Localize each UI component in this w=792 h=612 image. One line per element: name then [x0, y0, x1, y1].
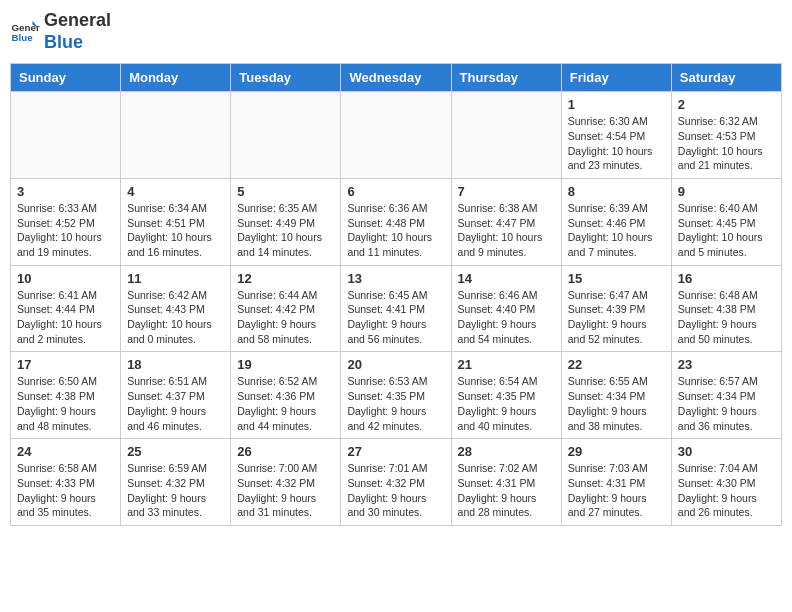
- calendar-cell: 22Sunrise: 6:55 AM Sunset: 4:34 PM Dayli…: [561, 352, 671, 439]
- day-number: 1: [568, 97, 665, 112]
- day-number: 30: [678, 444, 775, 459]
- day-info: Sunrise: 7:04 AM Sunset: 4:30 PM Dayligh…: [678, 461, 775, 520]
- day-info: Sunrise: 7:03 AM Sunset: 4:31 PM Dayligh…: [568, 461, 665, 520]
- day-number: 15: [568, 271, 665, 286]
- calendar-cell: [341, 92, 451, 179]
- calendar-cell: 20Sunrise: 6:53 AM Sunset: 4:35 PM Dayli…: [341, 352, 451, 439]
- svg-text:General: General: [12, 21, 41, 32]
- day-info: Sunrise: 6:42 AM Sunset: 4:43 PM Dayligh…: [127, 288, 224, 347]
- day-number: 18: [127, 357, 224, 372]
- day-number: 17: [17, 357, 114, 372]
- day-info: Sunrise: 6:48 AM Sunset: 4:38 PM Dayligh…: [678, 288, 775, 347]
- calendar-cell: 24Sunrise: 6:58 AM Sunset: 4:33 PM Dayli…: [11, 439, 121, 526]
- calendar-cell: [121, 92, 231, 179]
- header-row: SundayMondayTuesdayWednesdayThursdayFrid…: [11, 64, 782, 92]
- day-info: Sunrise: 6:54 AM Sunset: 4:35 PM Dayligh…: [458, 374, 555, 433]
- day-info: Sunrise: 7:01 AM Sunset: 4:32 PM Dayligh…: [347, 461, 444, 520]
- week-row-1: 1Sunrise: 6:30 AM Sunset: 4:54 PM Daylig…: [11, 92, 782, 179]
- day-number: 11: [127, 271, 224, 286]
- calendar-cell: 27Sunrise: 7:01 AM Sunset: 4:32 PM Dayli…: [341, 439, 451, 526]
- logo: General Blue General Blue: [10, 10, 111, 53]
- day-number: 6: [347, 184, 444, 199]
- calendar-cell: 11Sunrise: 6:42 AM Sunset: 4:43 PM Dayli…: [121, 265, 231, 352]
- day-number: 29: [568, 444, 665, 459]
- day-info: Sunrise: 6:51 AM Sunset: 4:37 PM Dayligh…: [127, 374, 224, 433]
- day-number: 22: [568, 357, 665, 372]
- logo-icon: General Blue: [10, 17, 40, 47]
- calendar-cell: 19Sunrise: 6:52 AM Sunset: 4:36 PM Dayli…: [231, 352, 341, 439]
- day-info: Sunrise: 7:00 AM Sunset: 4:32 PM Dayligh…: [237, 461, 334, 520]
- day-info: Sunrise: 6:36 AM Sunset: 4:48 PM Dayligh…: [347, 201, 444, 260]
- day-header-sunday: Sunday: [11, 64, 121, 92]
- week-row-2: 3Sunrise: 6:33 AM Sunset: 4:52 PM Daylig…: [11, 178, 782, 265]
- day-number: 7: [458, 184, 555, 199]
- calendar-cell: 6Sunrise: 6:36 AM Sunset: 4:48 PM Daylig…: [341, 178, 451, 265]
- day-info: Sunrise: 6:33 AM Sunset: 4:52 PM Dayligh…: [17, 201, 114, 260]
- logo-text: General Blue: [44, 10, 111, 53]
- day-info: Sunrise: 6:52 AM Sunset: 4:36 PM Dayligh…: [237, 374, 334, 433]
- svg-text:Blue: Blue: [12, 32, 34, 43]
- calendar-cell: [231, 92, 341, 179]
- day-info: Sunrise: 6:45 AM Sunset: 4:41 PM Dayligh…: [347, 288, 444, 347]
- day-number: 3: [17, 184, 114, 199]
- calendar-cell: 9Sunrise: 6:40 AM Sunset: 4:45 PM Daylig…: [671, 178, 781, 265]
- day-info: Sunrise: 6:46 AM Sunset: 4:40 PM Dayligh…: [458, 288, 555, 347]
- calendar-cell: 26Sunrise: 7:00 AM Sunset: 4:32 PM Dayli…: [231, 439, 341, 526]
- logo-blue: Blue: [44, 32, 111, 54]
- calendar-cell: 2Sunrise: 6:32 AM Sunset: 4:53 PM Daylig…: [671, 92, 781, 179]
- day-number: 5: [237, 184, 334, 199]
- day-info: Sunrise: 6:34 AM Sunset: 4:51 PM Dayligh…: [127, 201, 224, 260]
- day-info: Sunrise: 6:32 AM Sunset: 4:53 PM Dayligh…: [678, 114, 775, 173]
- day-number: 24: [17, 444, 114, 459]
- day-info: Sunrise: 6:39 AM Sunset: 4:46 PM Dayligh…: [568, 201, 665, 260]
- day-number: 2: [678, 97, 775, 112]
- week-row-3: 10Sunrise: 6:41 AM Sunset: 4:44 PM Dayli…: [11, 265, 782, 352]
- day-info: Sunrise: 6:40 AM Sunset: 4:45 PM Dayligh…: [678, 201, 775, 260]
- calendar-table: SundayMondayTuesdayWednesdayThursdayFrid…: [10, 63, 782, 526]
- calendar-cell: 29Sunrise: 7:03 AM Sunset: 4:31 PM Dayli…: [561, 439, 671, 526]
- day-number: 25: [127, 444, 224, 459]
- day-info: Sunrise: 6:50 AM Sunset: 4:38 PM Dayligh…: [17, 374, 114, 433]
- day-info: Sunrise: 6:35 AM Sunset: 4:49 PM Dayligh…: [237, 201, 334, 260]
- calendar-cell: 28Sunrise: 7:02 AM Sunset: 4:31 PM Dayli…: [451, 439, 561, 526]
- calendar-cell: 30Sunrise: 7:04 AM Sunset: 4:30 PM Dayli…: [671, 439, 781, 526]
- day-info: Sunrise: 6:44 AM Sunset: 4:42 PM Dayligh…: [237, 288, 334, 347]
- day-info: Sunrise: 6:53 AM Sunset: 4:35 PM Dayligh…: [347, 374, 444, 433]
- day-number: 4: [127, 184, 224, 199]
- day-header-tuesday: Tuesday: [231, 64, 341, 92]
- calendar-cell: 15Sunrise: 6:47 AM Sunset: 4:39 PM Dayli…: [561, 265, 671, 352]
- day-number: 21: [458, 357, 555, 372]
- calendar-cell: 4Sunrise: 6:34 AM Sunset: 4:51 PM Daylig…: [121, 178, 231, 265]
- day-number: 9: [678, 184, 775, 199]
- day-number: 20: [347, 357, 444, 372]
- page-header: General Blue General Blue: [10, 10, 782, 53]
- calendar-cell: 10Sunrise: 6:41 AM Sunset: 4:44 PM Dayli…: [11, 265, 121, 352]
- day-number: 28: [458, 444, 555, 459]
- day-info: Sunrise: 7:02 AM Sunset: 4:31 PM Dayligh…: [458, 461, 555, 520]
- day-number: 27: [347, 444, 444, 459]
- calendar-cell: 13Sunrise: 6:45 AM Sunset: 4:41 PM Dayli…: [341, 265, 451, 352]
- calendar-cell: 23Sunrise: 6:57 AM Sunset: 4:34 PM Dayli…: [671, 352, 781, 439]
- day-number: 19: [237, 357, 334, 372]
- day-info: Sunrise: 6:41 AM Sunset: 4:44 PM Dayligh…: [17, 288, 114, 347]
- day-header-wednesday: Wednesday: [341, 64, 451, 92]
- calendar-cell: [11, 92, 121, 179]
- calendar-cell: 17Sunrise: 6:50 AM Sunset: 4:38 PM Dayli…: [11, 352, 121, 439]
- calendar-cell: 7Sunrise: 6:38 AM Sunset: 4:47 PM Daylig…: [451, 178, 561, 265]
- calendar-cell: [451, 92, 561, 179]
- day-number: 23: [678, 357, 775, 372]
- day-info: Sunrise: 6:59 AM Sunset: 4:32 PM Dayligh…: [127, 461, 224, 520]
- calendar-cell: 1Sunrise: 6:30 AM Sunset: 4:54 PM Daylig…: [561, 92, 671, 179]
- calendar-cell: 12Sunrise: 6:44 AM Sunset: 4:42 PM Dayli…: [231, 265, 341, 352]
- calendar-cell: 21Sunrise: 6:54 AM Sunset: 4:35 PM Dayli…: [451, 352, 561, 439]
- day-number: 8: [568, 184, 665, 199]
- day-info: Sunrise: 6:38 AM Sunset: 4:47 PM Dayligh…: [458, 201, 555, 260]
- calendar-cell: 14Sunrise: 6:46 AM Sunset: 4:40 PM Dayli…: [451, 265, 561, 352]
- calendar-cell: 8Sunrise: 6:39 AM Sunset: 4:46 PM Daylig…: [561, 178, 671, 265]
- day-info: Sunrise: 6:30 AM Sunset: 4:54 PM Dayligh…: [568, 114, 665, 173]
- day-info: Sunrise: 6:58 AM Sunset: 4:33 PM Dayligh…: [17, 461, 114, 520]
- day-header-saturday: Saturday: [671, 64, 781, 92]
- day-number: 14: [458, 271, 555, 286]
- day-number: 12: [237, 271, 334, 286]
- calendar-cell: 18Sunrise: 6:51 AM Sunset: 4:37 PM Dayli…: [121, 352, 231, 439]
